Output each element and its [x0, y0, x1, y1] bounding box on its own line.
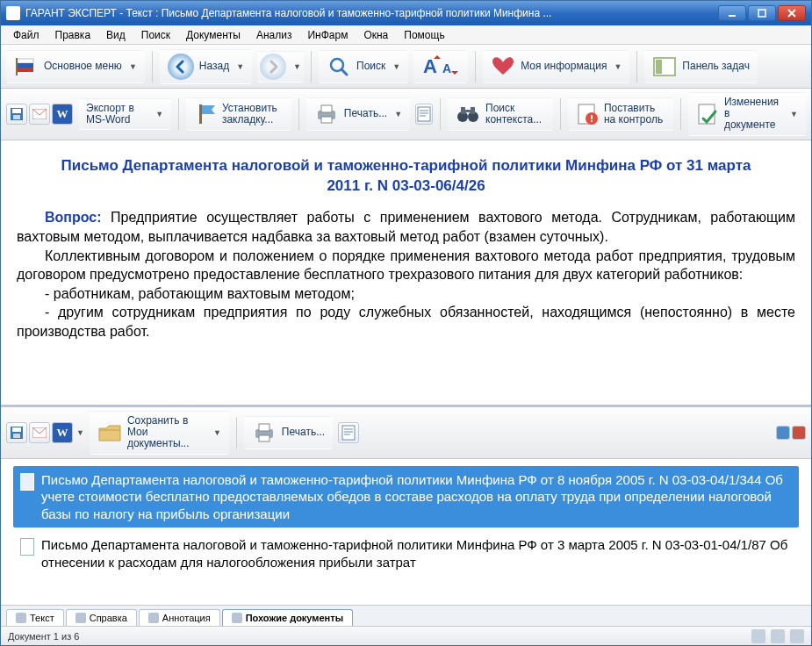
- chevron-down-icon: ▼: [76, 428, 84, 437]
- bottom-tab[interactable]: Аннотация: [139, 609, 220, 626]
- status-icon-1[interactable]: [751, 629, 765, 643]
- bottom-tab[interactable]: Справка: [66, 609, 137, 626]
- bookmark-button[interactable]: Установить закладку...: [186, 97, 291, 131]
- bottom-print-preview-button[interactable]: [338, 422, 359, 443]
- status-text: Документ 1 из 6: [8, 631, 79, 642]
- bottom-print-button[interactable]: Печать...: [244, 416, 333, 449]
- word-button[interactable]: W: [52, 104, 73, 125]
- document-title: Письмо Департамента налоговой и таможенн…: [52, 156, 760, 197]
- mail-button[interactable]: [29, 104, 50, 125]
- document-scroll[interactable]: Письмо Департамента налоговой и таможенн…: [1, 140, 811, 405]
- status-icon-2[interactable]: [771, 629, 785, 643]
- chevron-down-icon: ▼: [236, 62, 244, 71]
- chevron-down-icon: ▼: [392, 62, 400, 71]
- floppy-icon: [10, 107, 24, 121]
- question-label: Вопрос:: [45, 210, 102, 225]
- my-info-button[interactable]: Моя информация ▼: [483, 50, 629, 83]
- word-icon: W: [57, 107, 68, 121]
- minimize-button[interactable]: [718, 5, 746, 21]
- svg-rect-31: [12, 427, 21, 432]
- doc-bullet2: - другим сотрудникам предприятия по роду…: [17, 303, 795, 341]
- changes-button[interactable]: Изменения в документе ▼: [688, 92, 806, 136]
- forward-icon: [260, 54, 286, 80]
- bottom-tabs: ТекстСправкаАннотацияПохожие документы: [1, 605, 811, 626]
- print-label: Печать...: [344, 108, 387, 119]
- separator: [236, 417, 237, 449]
- separator: [298, 98, 299, 130]
- document-pane: Письмо Департамента налоговой и таможенн…: [1, 140, 811, 407]
- task-panel-button[interactable]: Панель задач: [644, 50, 758, 83]
- changes-label: Изменения в документе: [724, 97, 783, 132]
- menu-infarm[interactable]: ИнФарм: [300, 27, 355, 43]
- menu-search[interactable]: Поиск: [134, 27, 177, 43]
- menu-documents[interactable]: Документы: [179, 27, 248, 43]
- close-button[interactable]: [778, 5, 806, 21]
- bottom-toolbar: W ▼ Сохранить в Мои документы... ▼: [1, 407, 811, 459]
- word-icon: W: [57, 426, 68, 440]
- pane-close-button[interactable]: [792, 426, 806, 440]
- bottom-print-label: Печать...: [282, 427, 325, 438]
- chevron-down-icon: ▼: [213, 428, 221, 437]
- print-button[interactable]: Печать... ▼: [306, 97, 410, 131]
- chevron-down-icon: ▼: [394, 110, 402, 118]
- svg-rect-0: [729, 15, 736, 17]
- back-button[interactable]: Назад ▼: [160, 49, 252, 84]
- menu-analysis[interactable]: Анализ: [249, 27, 299, 43]
- save-to-docs-button[interactable]: Сохранить в Мои документы... ▼: [90, 411, 229, 455]
- flag-icon: [14, 54, 39, 79]
- separator: [560, 98, 561, 130]
- svg-rect-23: [471, 107, 475, 114]
- svg-rect-36: [259, 435, 269, 441]
- results-list[interactable]: Письмо Департамента налоговой и таможенн…: [1, 459, 811, 605]
- tab-icon: [148, 613, 159, 623]
- context-search-button[interactable]: Поиск контекста...: [448, 97, 553, 131]
- bottom-tab[interactable]: Похожие документы: [222, 609, 353, 626]
- main-menu-label: Основное меню: [44, 61, 122, 72]
- svg-rect-27: [591, 115, 593, 119]
- bottom-mail-button[interactable]: [29, 422, 50, 443]
- menubar: Файл Правка Вид Поиск Документы Анализ И…: [1, 25, 811, 45]
- font-size-button[interactable]: AA: [413, 50, 468, 83]
- export-label: Экспорт в MS-Word: [86, 103, 148, 126]
- result-item[interactable]: Письмо Департамента налоговой и таможенн…: [13, 531, 799, 576]
- control-button[interactable]: Поставить на контроль: [568, 97, 673, 131]
- forward-button[interactable]: ▼: [257, 51, 304, 83]
- binoculars-icon: [456, 102, 480, 126]
- panel-icon: [652, 54, 677, 79]
- svg-text:A: A: [442, 61, 451, 75]
- result-item[interactable]: Письмо Департамента налоговой и таможенн…: [13, 466, 799, 528]
- export-word-button[interactable]: Экспорт в MS-Word ▼: [78, 98, 171, 130]
- pane-split-h-button[interactable]: [776, 426, 790, 440]
- menu-edit[interactable]: Правка: [48, 27, 98, 43]
- bottom-tab[interactable]: Текст: [6, 609, 64, 626]
- menu-file[interactable]: Файл: [6, 27, 47, 43]
- separator: [311, 51, 312, 83]
- search-button[interactable]: Поиск ▼: [319, 50, 408, 83]
- bottom-word-button[interactable]: W: [52, 422, 73, 443]
- magnifier-icon: [327, 54, 351, 79]
- svg-rect-28: [591, 120, 593, 122]
- status-icon-3[interactable]: [790, 629, 804, 643]
- folder-icon: [97, 420, 122, 445]
- chevron-down-icon: ▼: [790, 110, 798, 118]
- bottom-save-group: W ▼: [6, 422, 84, 443]
- main-menu-button[interactable]: Основное меню ▼: [6, 50, 145, 83]
- pane-controls: [776, 426, 806, 440]
- svg-rect-13: [13, 115, 20, 119]
- ctx-search-label: Поиск контекста...: [485, 103, 545, 126]
- save-button[interactable]: [6, 104, 27, 125]
- content-area: Письмо Департамента налоговой и таможенн…: [1, 140, 811, 626]
- svg-rect-4: [18, 68, 33, 72]
- bookmark-label: Установить закладку...: [222, 103, 284, 126]
- app-icon: [6, 6, 20, 20]
- menu-windows[interactable]: Окна: [356, 27, 395, 43]
- changes-icon: [696, 102, 719, 126]
- bottom-save-button[interactable]: [6, 422, 27, 443]
- svg-rect-1: [758, 10, 765, 17]
- menu-view[interactable]: Вид: [99, 27, 133, 43]
- menu-help[interactable]: Помощь: [397, 27, 451, 43]
- maximize-button[interactable]: [748, 5, 776, 21]
- page-icon: [341, 425, 356, 441]
- my-info-label: Моя информация: [521, 61, 607, 72]
- print-preview-button[interactable]: [415, 104, 433, 125]
